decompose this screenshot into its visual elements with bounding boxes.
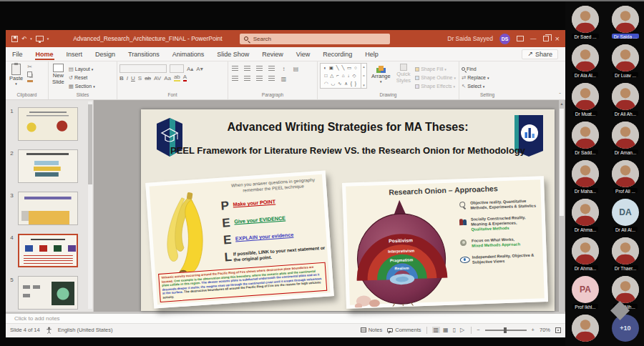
slide-thumbnail[interactable]: 3 <box>6 192 93 225</box>
slide-editor[interactable]: Advanced Writing Strategies for MA These… <box>141 109 555 311</box>
zoom-out-icon[interactable]: − <box>477 327 479 333</box>
search-box[interactable] <box>240 34 390 44</box>
customize-qat-icon[interactable]: ▾ <box>47 37 49 41</box>
participant-tile[interactable] <box>567 315 603 346</box>
qat-caret-icon[interactable]: ▾ <box>30 37 32 41</box>
zoom-slider-knob[interactable] <box>504 327 507 333</box>
canvas-scrollbar[interactable]: ▴ <box>559 100 565 312</box>
ribbon-tab[interactable]: Review <box>255 49 290 59</box>
shrink-font-icon[interactable]: A▾ <box>196 66 203 72</box>
align-left-icon[interactable] <box>230 74 240 83</box>
restore-button[interactable] <box>543 36 549 41</box>
font-size-box[interactable] <box>170 64 184 73</box>
text-direction-icon[interactable]: ▤ <box>291 64 301 73</box>
highlight-color-icon[interactable]: ab <box>174 74 180 81</box>
thumbnail-scrollbar[interactable] <box>88 102 92 309</box>
participant-tile[interactable]: Mrs Nih... <box>608 276 643 309</box>
slide-title-line1[interactable]: Advanced Writing Strategies for MA These… <box>191 121 504 134</box>
layout-button[interactable]: ▤Layout▾ <box>69 65 95 73</box>
ribbon-tab[interactable]: File <box>6 49 29 59</box>
justify-icon[interactable] <box>267 74 276 83</box>
slide-thumbnail[interactable]: 5 <box>6 276 93 310</box>
align-right-icon[interactable] <box>255 74 264 83</box>
arrange-button[interactable]: Arrange ▾ <box>370 63 392 84</box>
section-button[interactable]: ▦Section▾ <box>69 82 95 90</box>
participant-tile[interactable]: Dr Saida ... <box>608 6 643 39</box>
bullets-icon[interactable] <box>230 64 240 73</box>
avatar[interactable]: DS <box>499 34 510 44</box>
align-center-icon[interactable] <box>243 74 252 83</box>
font-color-icon[interactable]: A <box>183 74 187 81</box>
participant-tile[interactable]: Dr Luay ... <box>608 44 643 77</box>
cut-icon[interactable]: ✂ <box>27 64 33 71</box>
participant-tile[interactable]: Dr Sadd... <box>567 122 603 154</box>
participant-tile[interactable]: PA Prof Ikhl... <box>567 276 603 309</box>
participant-tile[interactable]: Dr Ala Al... <box>567 44 603 77</box>
participant-tile[interactable]: Dr Aman... <box>608 122 643 154</box>
view-mode-icon[interactable]: ▦ <box>441 327 450 333</box>
slide-title-line2[interactable]: PEEL Framework for Literature Review VS.… <box>147 145 549 156</box>
participant-tile[interactable]: Dr Thaer... <box>608 237 643 270</box>
ribbon-tab[interactable]: Animations <box>166 49 211 59</box>
minimize-button[interactable]: — <box>530 36 537 42</box>
numbering-icon[interactable] <box>243 64 252 73</box>
scrollbar-thumb[interactable] <box>560 109 564 216</box>
participant-tile[interactable]: Dr Ahma... <box>567 199 603 232</box>
copy-icon[interactable] <box>27 71 32 77</box>
participant-tile[interactable]: +10 <box>608 315 643 346</box>
undo-icon[interactable]: ↶ <box>21 36 26 42</box>
underline-icon[interactable]: U <box>131 75 135 81</box>
ribbon-display-options-icon[interactable] <box>517 36 524 41</box>
signed-in-user[interactable]: Dr Saida Sayyed <box>447 35 493 42</box>
participant-tile[interactable]: Dr Maha... <box>567 160 603 193</box>
slide-thumbnail[interactable]: 1 <box>6 107 93 141</box>
bold-icon[interactable]: B <box>119 75 124 81</box>
select-button[interactable]: ↖Select▾ <box>462 82 489 90</box>
research-onion-card[interactable]: Research Onion – Approaches <box>342 176 548 309</box>
language-indicator[interactable]: English (United States) <box>58 327 113 333</box>
shapes-gallery[interactable]: ◖ ▣ ╲ ╲ ▭ ○□ △ ⌐ ⌂ ↓ ◇◠ ◡ ∿ ∧ { } ▴=▾ <box>320 63 367 89</box>
search-input[interactable] <box>252 35 386 43</box>
ribbon-tab[interactable]: Recording <box>316 49 358 59</box>
line-spacing-icon[interactable]: ↕ <box>279 64 288 73</box>
save-icon[interactable] <box>11 36 18 42</box>
zoom-in-icon[interactable]: + <box>532 327 535 333</box>
participant-tile[interactable]: Dr Muat... <box>567 83 603 116</box>
comments-toggle[interactable]: Comments <box>387 327 421 333</box>
ribbon-tab[interactable]: View <box>290 49 316 59</box>
collapse-ribbon-icon[interactable]: ˆ <box>559 92 561 98</box>
notes-toggle[interactable]: Notes <box>361 327 383 333</box>
text-shadow-icon[interactable]: S <box>138 75 142 81</box>
ribbon-tab[interactable]: Transitions <box>122 49 166 59</box>
shape-effects-button[interactable]: Shape Effects▾ <box>415 82 456 90</box>
change-case-icon[interactable]: Aa <box>164 75 171 81</box>
view-mode-icon[interactable]: ▯ <box>452 327 457 333</box>
find-button[interactable]: Find <box>462 65 489 73</box>
increase-indent-icon[interactable] <box>267 64 276 73</box>
italic-icon[interactable]: I <box>127 75 128 81</box>
share-button[interactable]: ↗ Share <box>522 49 558 59</box>
paste-button[interactable]: Paste ▾ <box>8 63 24 86</box>
zoom-slider[interactable] <box>485 330 527 331</box>
ribbon-tab[interactable]: Help <box>358 49 385 59</box>
participant-tile[interactable]: Dr Saed ... <box>567 6 603 39</box>
format-painter-icon[interactable] <box>27 80 33 82</box>
quick-styles-button[interactable]: Quick Styles <box>395 63 412 84</box>
columns-icon[interactable]: ▥ <box>279 74 288 83</box>
participant-tile[interactable]: Dr Ali Ah... <box>608 83 643 116</box>
character-spacing-icon[interactable]: AV <box>154 75 161 81</box>
reset-button[interactable]: ↺Reset <box>69 74 95 81</box>
peel-framework-card[interactable]: When you answer questions in geography r… <box>145 170 334 308</box>
replace-button[interactable]: ⇄Replace▾ <box>462 74 489 81</box>
accessibility-icon[interactable] <box>46 327 52 334</box>
grow-font-icon[interactable]: A▴ <box>187 66 193 72</box>
zoom-level[interactable]: 70% <box>540 327 550 333</box>
decrease-indent-icon[interactable] <box>255 64 264 73</box>
ribbon-tab[interactable]: Design <box>89 49 122 59</box>
view-mode-icon[interactable]: ▷ <box>459 327 466 333</box>
slide-thumbnail[interactable]: 4 <box>6 234 93 267</box>
view-mode-icon[interactable]: ▥ <box>432 327 441 333</box>
participant-tile[interactable]: DA Dr Ali Al... <box>608 199 643 232</box>
ribbon-tab[interactable]: Insert <box>60 49 89 59</box>
fit-slide-to-window-icon[interactable] <box>555 327 561 333</box>
